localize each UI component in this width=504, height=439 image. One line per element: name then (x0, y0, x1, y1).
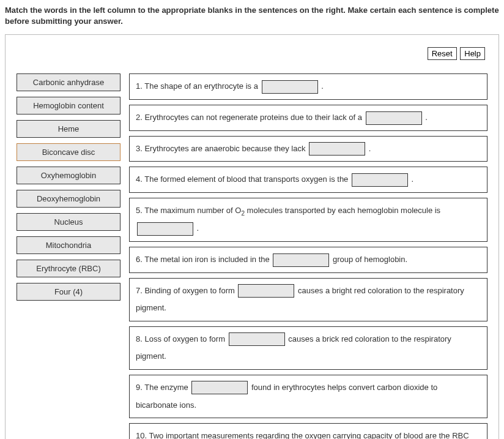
blank-1[interactable] (262, 80, 318, 94)
sentence-2-text-b: . (423, 113, 428, 122)
sentences-column: 1. The shape of an erythrocyte is a . 2.… (129, 73, 487, 439)
term-erythrocyte-rbc[interactable]: Erythrocyte (RBC) (17, 260, 120, 277)
blank-3[interactable] (309, 142, 365, 156)
sentence-9: 9. The enzyme found in erythrocytes help… (129, 375, 487, 418)
blank-7[interactable] (238, 284, 294, 298)
blank-8[interactable] (229, 332, 285, 346)
sentence-10-text-a: 10. Two important measurements regarding… (136, 431, 469, 439)
sentence-8: 8. Loss of oxygen to form causes a brick… (129, 326, 487, 370)
sentence-4: 4. The formed element of blood that tran… (129, 167, 487, 193)
sentence-6: 6. The metal ion iron is included in the… (129, 247, 487, 273)
sentence-10: 10. Two important measurements regarding… (129, 423, 487, 439)
blank-2[interactable] (366, 111, 422, 125)
blank-6[interactable] (273, 253, 329, 267)
sentence-2-text-a: 2. Erythrocytes can not regenerate prote… (136, 113, 365, 122)
sentence-4-text-a: 4. The formed element of blood that tran… (136, 174, 350, 184)
sentence-3-text-a: 3. Erythrocytes are anaerobic because th… (136, 144, 308, 153)
sentence-6-text-b: group of hemoglobin. (330, 255, 407, 264)
sentence-5: 5. The maximum number of O2 molecules tr… (129, 198, 487, 242)
term-hemoglobin-content[interactable]: Hemoglobin content (17, 97, 120, 114)
term-four-4[interactable]: Four (4) (17, 283, 120, 301)
term-oxyhemoglobin[interactable]: Oxyhemoglobin (17, 167, 120, 184)
sentence-1-text-a: 1. The shape of an erythrocyte is a (136, 81, 261, 91)
exercise-container: Reset Help Carbonic anhydrase Hemoglobin… (5, 34, 499, 439)
sentence-7: 7. Binding of oxygen to form causes a br… (129, 278, 487, 321)
sentence-1: 1. The shape of an erythrocyte is a . (129, 73, 487, 100)
blank-5[interactable] (137, 222, 193, 236)
term-deoxyhemoglobin[interactable]: Deoxyhemoglobin (17, 190, 120, 208)
sentence-3-text-b: . (366, 144, 371, 153)
instructions-text: Match the words in the left column to th… (5, 5, 499, 27)
sentence-2: 2. Erythrocytes can not regenerate prote… (129, 105, 487, 131)
sentence-8-text-a: 8. Loss of oxygen to form (136, 334, 228, 343)
sentence-1-text-b: . (319, 81, 324, 91)
sentence-5-text-b: molecules transported by each hemoglobin… (245, 206, 440, 215)
reset-button[interactable]: Reset (428, 47, 457, 60)
term-carbonic-anhydrase[interactable]: Carbonic anhydrase (17, 73, 120, 91)
sentence-4-text-b: . (409, 174, 413, 184)
term-mitochondria[interactable]: Mitochondria (17, 236, 120, 254)
sentence-5-text-a: 5. The maximum number of O (136, 206, 241, 215)
sentence-7-text-a: 7. Binding of oxygen to form (136, 286, 237, 295)
main-area: Carbonic anhydrase Hemoglobin content He… (17, 73, 487, 439)
help-button[interactable]: Help (460, 47, 485, 60)
term-nucleus[interactable]: Nucleus (17, 213, 120, 231)
term-biconcave-disc[interactable]: Biconcave disc (17, 143, 120, 161)
top-buttons: Reset Help (17, 46, 487, 60)
sentence-9-text-a: 9. The enzyme (136, 383, 190, 392)
sentence-6-text-a: 6. The metal ion iron is included in the (136, 255, 272, 264)
blank-4[interactable] (352, 173, 408, 187)
sentence-5-text-c: . (195, 223, 199, 233)
term-heme[interactable]: Heme (17, 120, 120, 138)
sentence-3: 3. Erythrocytes are anaerobic because th… (129, 136, 487, 162)
blank-9[interactable] (191, 381, 248, 394)
terms-column: Carbonic anhydrase Hemoglobin content He… (17, 73, 120, 439)
